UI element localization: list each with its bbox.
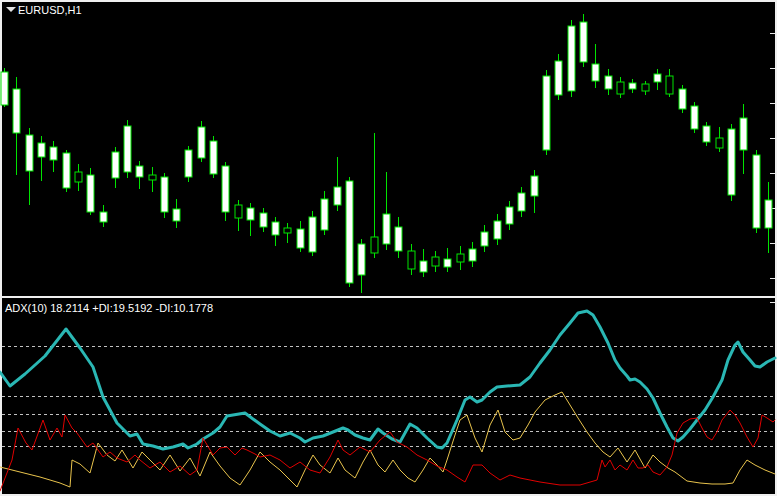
candle-body (666, 76, 673, 94)
candle-body (444, 259, 451, 267)
candle-body (112, 152, 119, 178)
symbol-timeframe-label: EURUSD,H1 (18, 4, 82, 16)
candle-body (272, 222, 279, 235)
candle-body (457, 254, 464, 262)
price-scale-ticks (770, 34, 775, 303)
candle-body (50, 147, 57, 160)
candle-body (679, 89, 686, 109)
candle-body (87, 175, 94, 212)
candle-body (38, 143, 45, 157)
candle-body (383, 214, 390, 244)
candle-body (654, 74, 661, 82)
chart-canvas[interactable] (0, 0, 777, 496)
candle-body (703, 126, 710, 142)
candle-body (371, 237, 378, 253)
candle-body (136, 166, 143, 177)
candle-body (100, 212, 107, 222)
candle-body (161, 177, 168, 212)
candle-body (297, 229, 304, 248)
candle-body (358, 244, 365, 275)
candle-body (309, 217, 316, 252)
adx-indicator-label: ADX(10) 18.2114 +DI:19.5192 -DI:10.1778 (5, 302, 213, 314)
candle-body (63, 153, 70, 188)
candle-body (346, 181, 353, 283)
indicator-lines-group (0, 311, 775, 491)
candle-body (740, 118, 747, 150)
adx-line (0, 311, 775, 449)
plusminus-di-line (0, 392, 775, 487)
candle-body (334, 187, 341, 205)
symbol-dropdown-icon[interactable] (6, 7, 16, 12)
candle-body (173, 209, 180, 221)
candle-body (543, 76, 550, 150)
candle-body (592, 64, 599, 81)
candles-group (1, 14, 772, 293)
candle-body (765, 200, 772, 228)
candle-body (247, 208, 254, 220)
candle-body (395, 227, 402, 251)
candle-body (716, 138, 723, 148)
candle-body (75, 172, 82, 182)
candle-body (494, 221, 501, 239)
candle-body (506, 207, 513, 224)
candle-body (518, 193, 525, 211)
candle-body (555, 61, 562, 95)
candle-body (198, 127, 205, 158)
candle-body (185, 150, 192, 177)
candle-body (580, 22, 587, 62)
candle-body (26, 135, 33, 171)
candle-body (408, 251, 415, 269)
candle-body (605, 76, 612, 89)
candle-body (469, 249, 476, 261)
candle-body (149, 175, 156, 180)
candle-body (728, 129, 735, 195)
candle-body (222, 166, 229, 212)
candle-body (235, 205, 242, 218)
chart-window: EURUSD,H1 ADX(10) 18.2114 +DI:19.5192 -D… (0, 0, 777, 496)
candle-body (284, 228, 291, 233)
candle-body (531, 176, 538, 196)
candle-body (420, 261, 427, 272)
candle-body (260, 213, 267, 227)
candle-body (629, 83, 636, 89)
candle-body (1, 72, 8, 105)
candle-body (210, 141, 217, 174)
candle-body (753, 155, 760, 228)
candle-body (13, 89, 20, 133)
indicator-gridlines (2, 347, 775, 447)
candle-body (642, 84, 649, 91)
candle-body (481, 232, 488, 246)
candle-body (432, 257, 439, 266)
candle-body (568, 26, 575, 91)
candle-body (691, 106, 698, 129)
candle-body (321, 199, 328, 230)
candle-body (617, 82, 624, 94)
candle-body (124, 126, 131, 172)
